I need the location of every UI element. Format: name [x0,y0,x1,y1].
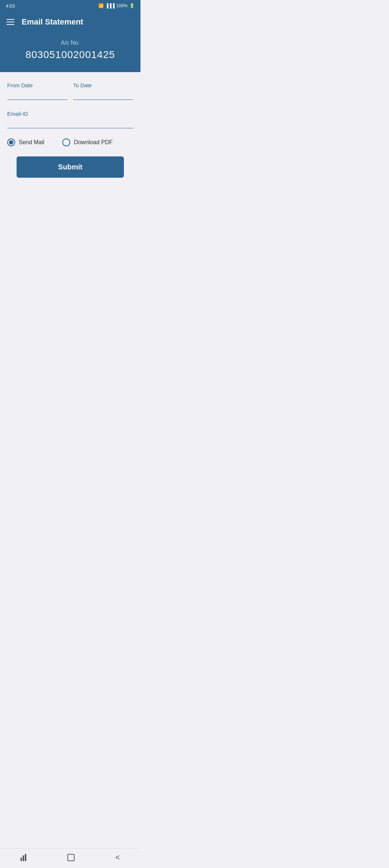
wifi-icon: 📶 [98,3,104,8]
status-bar: 4:03 📶 ▐▐▐ 100% 🔋 [0,0,140,12]
send-mail-label: Send Mail [19,139,44,146]
toolbar: Email Statement [0,12,140,32]
account-section: A/c No. 803051002001425 [0,32,140,72]
to-date-input[interactable] [73,90,133,100]
to-date-group: To Date [73,82,133,100]
send-mail-radio[interactable] [7,138,15,146]
submit-button[interactable]: Submit [17,156,124,178]
download-pdf-label: Download PDF [74,139,113,146]
page-title: Email Statement [22,17,83,27]
from-date-input[interactable] [7,90,67,100]
email-group: Email-ID [7,111,133,128]
date-row: From Date To Date [7,82,133,100]
status-time: 4:03 [6,3,15,9]
from-date-group: From Date [7,82,67,100]
menu-button[interactable] [6,19,14,25]
to-date-label: To Date [73,82,133,88]
from-date-label: From Date [7,82,67,88]
status-icons: 📶 ▐▐▐ 100% 🔋 [98,3,135,8]
form-section: From Date To Date Email-ID Send Mail Dow… [0,72,140,185]
email-label: Email-ID [7,111,133,117]
send-mail-option[interactable]: Send Mail [7,138,44,146]
account-label: A/c No. [6,40,135,46]
email-input[interactable] [7,119,133,128]
download-pdf-radio[interactable] [62,138,70,146]
radio-group: Send Mail Download PDF [7,138,133,146]
signal-icon: ▐▐▐ [106,3,115,8]
battery-icon: 🔋 [129,3,135,8]
battery-text: 100% [116,3,128,8]
account-number: 803051002001425 [6,49,135,61]
download-pdf-option[interactable]: Download PDF [62,138,113,146]
